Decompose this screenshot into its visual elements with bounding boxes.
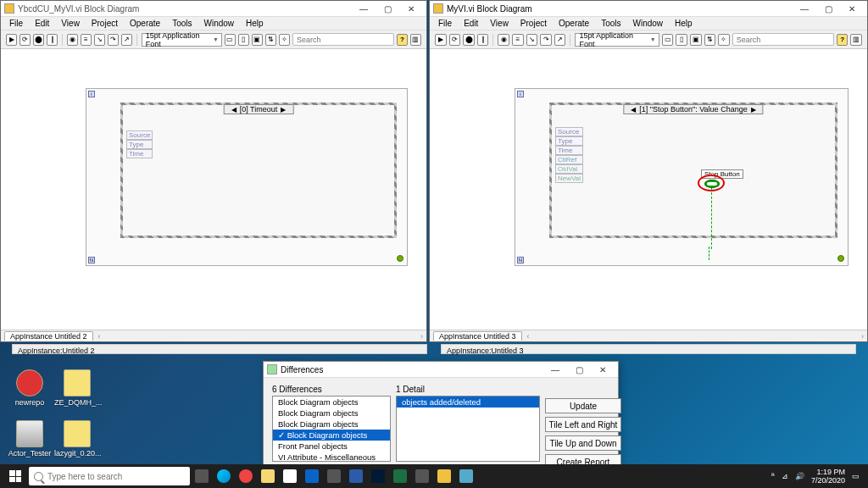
scroll-left-icon[interactable]: ‹ [98,332,101,341]
highlight-button[interactable]: ◉ [498,34,509,46]
difference-item[interactable]: Block Diagram objects [273,430,390,441]
difference-item[interactable]: Front Panel objects [273,441,390,452]
prev-case-icon[interactable]: ◀ [231,106,236,114]
event-data-node[interactable]: Source Type Time CtlRef OldVal NewVal [555,127,583,183]
scroll-right-icon[interactable]: › [420,332,423,341]
next-case-icon[interactable]: ▶ [751,106,756,114]
maximize-button[interactable]: ▢ [376,2,399,15]
taskbar-app2[interactable] [412,466,432,486]
menu-view[interactable]: View [56,18,85,29]
step-over-button[interactable]: ↷ [108,34,119,46]
loop-iteration-terminal[interactable]: i [88,91,95,97]
desktop-icon-newrepo[interactable]: newrepo [7,369,53,407]
system-tray[interactable]: ᴿ ⊿ 🔊 1:19 PM 7/20/2020 ▭ [771,468,865,485]
desktop-icon-lazygit_0.20...[interactable]: lazygit_0.20... [54,420,100,458]
taskbar-app1[interactable] [324,466,344,486]
align-button[interactable]: ▭ [225,34,236,46]
update-button[interactable]: Update [545,398,621,413]
retain-button[interactable]: ≡ [81,34,92,46]
prev-case-icon[interactable]: ◀ [631,106,636,114]
taskbar-app3[interactable] [456,466,476,486]
titlebar-right[interactable]: MyVI.vi Block Diagram — ▢ ✕ [430,1,867,17]
menu-file[interactable]: File [4,18,28,29]
event-structure[interactable]: ◀ [1] "Stop Button": Value Change ▶ Sour… [549,103,837,238]
difference-item[interactable]: Block Diagram objects [273,419,390,430]
align-button[interactable]: ▭ [662,34,674,46]
event-structure[interactable]: ◀ [0] Timeout ▶ Source Type Time [120,103,397,238]
search-input[interactable] [292,33,394,46]
difference-item[interactable]: Block Diagram objects [273,396,390,408]
loop-condition-terminal[interactable] [837,255,844,262]
detail-item[interactable]: objects added/deleted [397,396,539,408]
event-case-selector[interactable]: ◀ [0] Timeout ▶ [224,104,294,114]
distribute-button[interactable]: ▯ [238,34,249,46]
minimize-button[interactable]: — [352,2,376,15]
close-button[interactable]: ✕ [840,2,864,15]
block-diagram-canvas[interactable]: i N ◀ [0] Timeout ▶ Source Type Time [1,49,426,330]
titlebar-left[interactable]: YbcdCU_MyVI.vi Block Diagram — ▢ ✕ [1,1,426,17]
boolean-wire-to-stop[interactable] [709,247,709,260]
scroll-right-icon[interactable]: › [861,332,864,341]
run-button[interactable]: ▶ [6,34,17,46]
highlight-button[interactable]: ◉ [67,34,78,46]
taskbar-edge[interactable] [214,466,234,486]
taskbar-explorer[interactable] [258,466,278,486]
menu-view[interactable]: View [485,18,514,29]
while-loop[interactable]: i N ◀ [1] "Stop Button": Value Change ▶ … [515,88,849,266]
menu-operate[interactable]: Operate [554,18,594,29]
help-icon[interactable]: ? [397,34,408,46]
help-icon[interactable]: ? [837,34,849,46]
tile-ud-button[interactable]: Tile Up and Down [545,435,621,451]
font-selector[interactable]: 15pt Application Font [142,33,222,47]
run-button[interactable]: ▶ [435,34,447,46]
loop-condition-terminal[interactable] [397,255,403,262]
context-help-icon[interactable]: ▥ [850,34,862,46]
font-selector[interactable]: 15pt Application Font [575,33,659,47]
notifications-icon[interactable]: ▭ [852,472,860,480]
pause-button[interactable]: ∥ [477,34,489,46]
loop-iteration-terminal[interactable]: i [517,91,524,97]
menu-tools[interactable]: Tools [167,18,197,29]
tray-vol-icon[interactable]: 🔊 [795,472,804,480]
dialog-titlebar[interactable]: Differences — ▢ ✕ [264,362,618,378]
boolean-wire[interactable] [711,188,712,249]
run-cont-button[interactable]: ⟳ [19,34,31,46]
loop-count-terminal[interactable]: N [517,257,524,263]
task-view-icon[interactable] [192,466,212,486]
resize-button[interactable]: ▣ [252,34,263,46]
taskbar-opera[interactable] [236,466,256,486]
reorder-button[interactable]: ⇅ [704,34,716,46]
menu-project[interactable]: Project [515,18,552,29]
event-case-selector[interactable]: ◀ [1] "Stop Button": Value Change ▶ [623,104,763,114]
menu-help[interactable]: Help [670,18,698,29]
search-input[interactable] [732,33,834,46]
context-tab[interactable]: AppInstance Untitled 2 [4,331,93,341]
abort-button[interactable]: ⬤ [463,34,475,46]
desktop-icon-ZE_DQMH_...[interactable]: ZE_DQMH_... [54,369,100,407]
taskbar-labview[interactable] [434,466,454,486]
pause-button[interactable]: ∥ [47,34,58,46]
next-case-icon[interactable]: ▶ [281,106,286,114]
loop-count-terminal[interactable]: N [88,257,95,263]
hscroll-b[interactable]: AppInstance:Untitled 3 [441,344,856,354]
menu-operate[interactable]: Operate [125,18,165,29]
menu-file[interactable]: File [433,18,457,29]
abort-button[interactable]: ⬤ [33,34,44,46]
reorder-button[interactable]: ⇅ [265,34,276,46]
step-out-button[interactable]: ↗ [121,34,132,46]
step-over-button[interactable]: ↷ [540,34,552,46]
start-button[interactable] [3,466,27,486]
detail-list[interactable]: objects added/deleted [396,396,540,462]
desktop-icon-Actor_Tester[interactable]: Actor_Tester [7,420,53,458]
step-out-button[interactable]: ↗ [554,34,566,46]
menu-window[interactable]: Window [627,18,668,29]
difference-item[interactable]: Block Diagram objects [273,408,390,419]
while-loop[interactable]: i N ◀ [0] Timeout ▶ Source Type Time [86,88,408,266]
taskbar-mail[interactable] [302,466,322,486]
tray-up-icon[interactable]: ᴿ [771,472,775,480]
block-diagram-canvas[interactable]: i N ◀ [1] "Stop Button": Value Change ▶ … [430,49,867,330]
cleanup-button[interactable]: ✧ [718,34,730,46]
distribute-button[interactable]: ▯ [676,34,687,46]
scroll-left-icon[interactable]: ‹ [527,332,530,341]
step-into-button[interactable]: ↘ [94,34,105,46]
